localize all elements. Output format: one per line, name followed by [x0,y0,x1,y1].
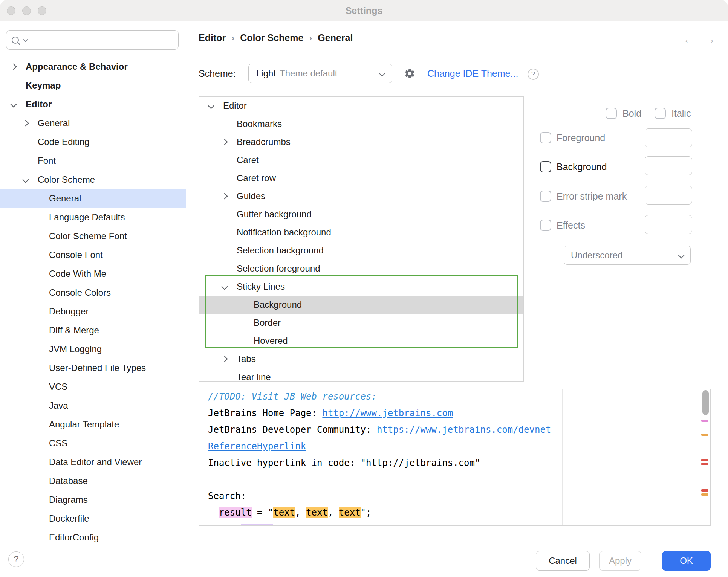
foreground-checkbox[interactable] [540,132,551,143]
error-stripe-checkbox[interactable] [540,191,551,202]
scheme-help-icon[interactable]: ? [528,69,539,80]
error-stripe-mark[interactable] [701,434,708,436]
effects-color-swatch[interactable] [645,215,692,234]
tree-row-tear-line[interactable]: Tear line [199,368,523,382]
error-stripe-mark[interactable] [701,420,708,422]
sidebar-item-css[interactable]: CSS [0,434,186,453]
breadcrumb-color-scheme[interactable]: Color Scheme [240,32,303,43]
search-icon[interactable] [12,37,19,44]
settings-search-input[interactable] [29,35,173,46]
tree-row-breadcrumbs[interactable]: Breadcrumbs [199,133,523,151]
error-stripe-mark[interactable] [701,463,708,465]
background-color-swatch[interactable] [645,156,692,175]
tree-row-gutter-background[interactable]: Gutter background [199,205,523,223]
error-stripe-mark[interactable] [701,493,708,496]
tree-row-background[interactable]: Background [199,296,523,314]
forward-icon[interactable]: → [703,32,716,46]
tree-row-tabs[interactable]: Tabs [199,350,523,368]
error-stripe-mark[interactable] [701,489,708,492]
apply-button[interactable]: Apply [599,551,641,571]
tree-row-guides[interactable]: Guides [199,187,523,205]
sidebar-item-angular-template[interactable]: Angular Template [0,415,186,434]
code-segment-plain[interactable]: , [295,507,306,518]
code-segment-plain[interactable]: Inactive hyperlink in code: " [208,458,366,468]
settings-search-box[interactable] [6,30,179,50]
chevron-right-icon[interactable] [222,139,228,145]
sidebar-item-editor[interactable]: Editor [0,95,186,114]
sidebar-item-general[interactable]: General [0,189,186,208]
code-segment-plain[interactable]: , [328,507,339,518]
sidebar-item-language-defaults[interactable]: Language Defaults [0,208,186,227]
sidebar-item-debugger[interactable]: Debugger [0,302,186,321]
code-segment-amber[interactable]: text [273,507,295,518]
sidebar-item-console-colors[interactable]: Console Colors [0,283,186,302]
code-segment-plain[interactable]: = " [252,507,274,518]
code-segment-inactive[interactable]: http://jetbrains.com [366,458,475,468]
chevron-right-icon[interactable] [23,120,29,127]
code-segment-plain[interactable]: int [208,524,241,526]
code-segment-purple[interactable]: result [241,524,274,526]
sidebar-item-general[interactable]: General [0,114,186,133]
code-segment-plain[interactable]: "; [361,507,372,518]
sidebar-item-jvm-logging[interactable]: JVM Logging [0,340,186,359]
scheme-select[interactable]: Light Theme default [248,64,392,83]
tree-row-editor[interactable]: Editor [199,97,523,115]
code-segment-amber[interactable]: text [339,507,361,518]
sidebar-item-keymap[interactable]: Keymap [0,76,186,95]
tree-row-selection-background[interactable]: Selection background [199,241,523,259]
code-segment-todo[interactable]: //TODO: Visit JB Web resources: [208,391,377,402]
chevron-right-icon[interactable] [222,193,228,200]
italic-checkbox[interactable] [655,108,666,119]
code-segment-plain[interactable]: Search: [208,491,246,501]
chevron-down-icon[interactable] [11,101,17,108]
sidebar-item-user-defined-file-types[interactable]: User-Defined File Types [0,359,186,377]
bold-checkbox[interactable] [606,108,617,119]
tree-row-hovered[interactable]: Hovered [199,332,523,350]
sidebar-item-code-with-me[interactable]: Code With Me [0,264,186,283]
code-segment-plain[interactable]: " [475,458,480,468]
sidebar-item-vcs[interactable]: VCS [0,377,186,396]
error-stripe-mark[interactable] [701,459,708,461]
tree-row-selection-foreground[interactable]: Selection foreground [199,259,523,278]
change-ide-theme-link[interactable]: Change IDE Theme... [427,68,518,79]
sidebar-item-java[interactable]: Java [0,396,186,415]
tree-row-sticky-lines[interactable]: Sticky Lines [199,278,523,296]
chevron-right-icon[interactable] [11,64,17,70]
breadcrumb-editor[interactable]: Editor [199,32,226,43]
code-segment-plain[interactable]: JetBrains Home Page: [208,408,322,418]
chevron-right-icon[interactable] [222,356,228,362]
sidebar-item-editorconfig[interactable]: EditorConfig [0,528,186,547]
ok-button[interactable]: OK [662,551,711,571]
sidebar-item-color-scheme-font[interactable]: Color Scheme Font [0,227,186,246]
effect-type-select[interactable]: Underscored [564,246,691,265]
tree-row-caret-row[interactable]: Caret row [199,169,523,187]
sidebar-item-appearance-behavior[interactable]: Appearance & Behavior [0,57,186,76]
code-segment-plain[interactable]: JetBrains Developer Community: [208,424,377,435]
preview-scrollbar-thumb[interactable] [702,390,709,415]
error-stripe-color-swatch[interactable] [645,186,692,205]
back-icon[interactable]: ← [683,32,696,46]
sidebar-item-console-font[interactable]: Console Font [0,246,186,264]
code-segment-link[interactable]: ReferenceHyperlink [208,441,306,452]
search-options-chevron-icon[interactable] [23,37,28,42]
tree-row-border[interactable]: Border [199,314,523,332]
tree-row-notification-background[interactable]: Notification background [199,223,523,241]
scheme-actions-gear-icon[interactable] [404,68,416,79]
code-segment-link[interactable]: http://www.jetbrains.com [322,408,453,418]
code-segment-plain[interactable] [208,507,219,518]
foreground-color-swatch[interactable] [645,128,692,147]
help-icon[interactable]: ? [8,551,24,567]
code-segment-pink[interactable]: result [219,507,252,518]
cancel-button[interactable]: Cancel [536,551,590,571]
tree-row-caret[interactable]: Caret [199,151,523,169]
chevron-down-icon[interactable] [208,103,214,109]
code-segment-link[interactable]: https://www.jetbrains.com/devnet [377,424,551,435]
effects-checkbox[interactable] [540,220,551,231]
sidebar-item-dockerfile[interactable]: Dockerfile [0,509,186,528]
sidebar-item-diagrams[interactable]: Diagrams [0,490,186,509]
sidebar-item-code-editing[interactable]: Code Editing [0,133,186,151]
chevron-down-icon[interactable] [222,284,228,290]
tree-row-bookmarks[interactable]: Bookmarks [199,115,523,133]
sidebar-item-color-scheme[interactable]: Color Scheme [0,170,186,189]
background-checkbox[interactable] [540,161,551,172]
